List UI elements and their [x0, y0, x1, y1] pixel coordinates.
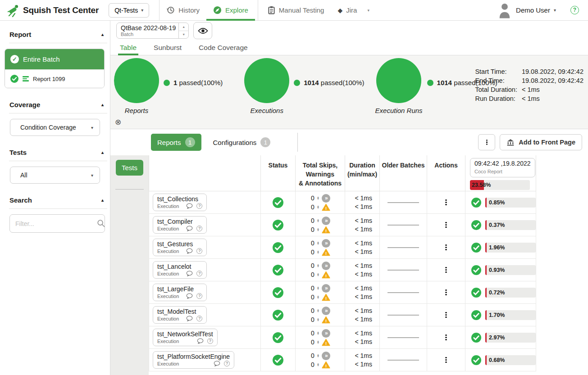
sidebar-item-report-1099[interactable]: Report 1099 — [5, 69, 104, 88]
question-circle-icon[interactable]: ? — [196, 203, 202, 209]
add-to-front-page-button[interactable]: Add to Front Page — [500, 134, 582, 150]
table-row: tst_Gestures Execution ? — [149, 236, 536, 259]
reports-count-badge: 1 — [185, 137, 195, 147]
avatar[interactable] — [498, 2, 511, 18]
comment-bubble-icon[interactable] — [186, 271, 193, 276]
col-actions-label: Actions — [434, 162, 457, 169]
duration-max: < 1ms — [355, 203, 372, 210]
comment-bubble-icon[interactable] — [186, 226, 193, 231]
tab-reports[interactable]: Reports 1 — [151, 134, 201, 151]
tab-code-coverage[interactable]: Code Coverage — [199, 41, 248, 55]
coverage-header-bar[interactable]: 23.58% — [470, 180, 530, 190]
tests-select[interactable]: All ▾ — [10, 167, 100, 184]
older-batches-cell — [379, 281, 427, 303]
test-name-chip[interactable]: tst_ModelTest Execution ? — [153, 306, 207, 324]
watch-batch-button[interactable] — [193, 22, 212, 39]
nav-manual-testing[interactable]: Manual Testing — [261, 0, 331, 20]
executions-pie[interactable] — [244, 58, 289, 103]
row-actions-button[interactable] — [445, 334, 447, 341]
col-older-batches[interactable]: Older Batches — [379, 155, 427, 191]
sidebar-item-entire-batch[interactable]: ✓ Entire Batch — [5, 49, 104, 69]
coco-report-header[interactable]: 09:42:42 ,19.8.2022 Coco Report — [470, 158, 535, 177]
test-name-chip[interactable]: tst_NetworkSelfTest Execution ? — [153, 329, 218, 346]
help-icon[interactable]: ? — [570, 6, 579, 14]
comment-bubble-icon[interactable] — [214, 361, 220, 366]
batch-selector[interactable]: QtBase 2022-08-19 Batch ▲ ▼ — [116, 23, 189, 39]
close-circle-icon[interactable]: ⊗ — [115, 118, 121, 126]
coverage-bar[interactable]: 0.72% — [485, 288, 536, 298]
coverage-bar[interactable]: 0.93% — [485, 265, 536, 275]
nav-explore[interactable]: Explore — [206, 0, 255, 20]
col-actions[interactable]: Actions — [427, 155, 465, 191]
test-name-chip[interactable]: tst_Gestures Execution ? — [153, 239, 207, 256]
executions-chart: Executions 1014 passed(100%) — [244, 58, 364, 114]
comment-bubble-icon[interactable] — [186, 248, 193, 254]
stepper-icon: ▲▼ — [317, 250, 319, 254]
comment-bubble-icon[interactable] — [186, 293, 193, 299]
coverage-bar[interactable]: 2.97% — [485, 333, 536, 343]
coverage-bar-fill — [485, 288, 487, 298]
table-row: tst_NetworkSelfTest Execution ? — [149, 326, 536, 349]
comment-bubble-icon[interactable] — [197, 338, 204, 344]
spinner-up-icon[interactable]: ▲ — [179, 23, 188, 31]
skip-icon: » — [322, 194, 330, 203]
section-coverage-header[interactable]: Coverage ▴ — [0, 97, 110, 112]
question-circle-icon[interactable]: ? — [196, 226, 202, 231]
nav-jira[interactable]: ◆ Jira — [331, 0, 364, 20]
test-name-chip[interactable]: tst_Compiler Execution ? — [153, 216, 207, 234]
question-circle-icon[interactable]: ? — [224, 361, 230, 366]
question-circle-icon[interactable]: ? — [196, 293, 202, 299]
row-actions-button[interactable] — [445, 312, 447, 319]
row-actions-button[interactable] — [445, 199, 447, 206]
nav-jira-dropdown[interactable]: ▾ — [364, 0, 373, 20]
question-circle-icon[interactable]: ? — [196, 271, 202, 276]
coverage-bar[interactable]: 0.85% — [485, 198, 536, 208]
section-tests-header[interactable]: Tests ▴ — [0, 145, 110, 160]
legend-dot-icon — [164, 80, 170, 86]
section-search-header[interactable]: Search ▴ — [0, 193, 110, 208]
question-circle-icon[interactable]: ? — [207, 338, 213, 344]
user-menu[interactable]: Demo User ▾ — [516, 6, 556, 14]
older-batches-cell — [379, 214, 427, 236]
test-name-chip[interactable]: tst_Collections Execution ? — [153, 194, 207, 211]
coverage-bar[interactable]: 1.70% — [485, 310, 536, 320]
status-cell — [260, 304, 295, 326]
col-skips[interactable]: Total Skips, Warnings & Annotations — [295, 155, 345, 191]
comment-bubble-icon[interactable] — [186, 203, 193, 209]
coverage-bar[interactable]: 0.37% — [485, 220, 536, 230]
spinner-down-icon[interactable]: ▼ — [179, 31, 188, 39]
col-status[interactable]: Status — [260, 155, 295, 191]
tab-sunburst[interactable]: Sunburst — [154, 41, 182, 55]
execution-runs-pie[interactable] — [376, 58, 421, 103]
filter-input[interactable] — [15, 220, 97, 227]
row-actions-button[interactable] — [445, 357, 447, 364]
row-actions-button[interactable] — [445, 289, 447, 296]
table-options-button[interactable] — [478, 134, 495, 150]
col-duration[interactable]: Duration (min/max) — [345, 155, 379, 191]
divider — [9, 113, 107, 113]
test-name-chip[interactable]: tst_PlatformSocketEngine Execution ? — [153, 351, 234, 369]
coverage-bar[interactable]: 1.96% — [485, 243, 536, 253]
row-actions-button[interactable] — [445, 221, 447, 229]
tab-configurations[interactable]: Configurations 1 — [213, 137, 271, 147]
section-report-header[interactable]: Report ▴ — [0, 27, 110, 42]
coverage-bar[interactable]: 0.68% — [485, 355, 536, 365]
test-name: tst_NetworkSelfTest — [157, 330, 213, 338]
tab-table[interactable]: Table — [120, 41, 137, 55]
comment-bubble-icon[interactable] — [186, 316, 193, 321]
test-name-chip[interactable]: tst_Lancelot Execution ? — [153, 261, 207, 279]
question-circle-icon[interactable]: ? — [196, 316, 202, 321]
trend-sparkline — [387, 270, 419, 271]
row-actions-button[interactable] — [445, 244, 447, 251]
row-actions-button[interactable] — [445, 267, 447, 274]
coverage-select[interactable]: Condition Coverage ▾ — [10, 119, 100, 136]
test-name-chip[interactable]: tst_LargeFile Execution ? — [153, 284, 207, 301]
question-circle-icon[interactable]: ? — [196, 248, 202, 254]
tests-axis-button[interactable]: Tests — [116, 160, 143, 176]
nav-history[interactable]: History — [160, 0, 206, 20]
chevron-down-icon: ▾ — [554, 8, 556, 13]
reports-pie[interactable] — [114, 58, 159, 103]
passed-check-icon — [273, 220, 283, 230]
project-selector[interactable]: Qt-Tests ▾ — [109, 3, 149, 18]
trend-sparkline — [387, 292, 419, 293]
